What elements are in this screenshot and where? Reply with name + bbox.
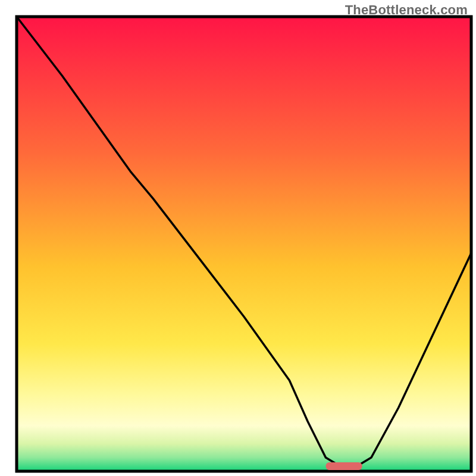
bottleneck-chart (0, 0, 476, 476)
chart-stage: TheBottleneck.com (0, 0, 476, 476)
optimum-marker (326, 462, 362, 470)
plot-gradient (17, 17, 471, 471)
watermark-text: TheBottleneck.com (345, 2, 468, 18)
